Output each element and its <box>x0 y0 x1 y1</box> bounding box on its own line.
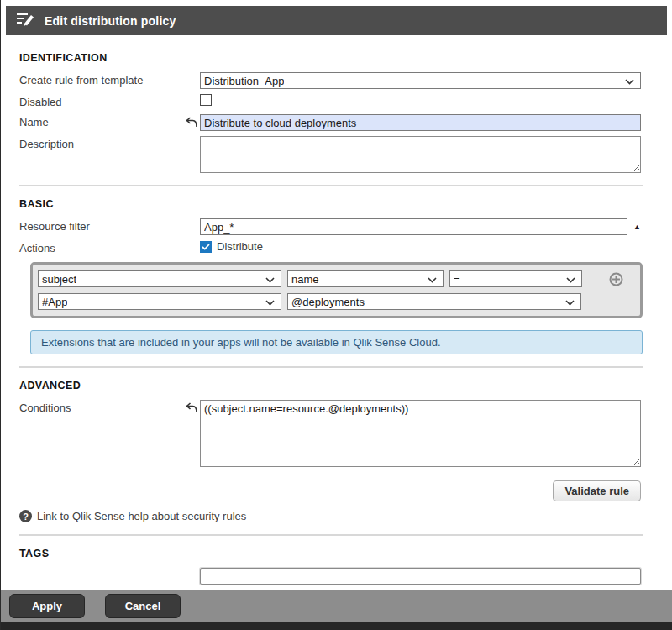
apply-button[interactable]: Apply <box>9 594 85 618</box>
distribute-label: Distribute <box>217 240 263 253</box>
rule-row-1: subject name = <box>38 270 635 287</box>
collapse-triangle-icon[interactable]: ▲ <box>633 218 641 235</box>
conditions-label: Conditions <box>19 402 71 414</box>
chevron-down-icon <box>566 273 575 286</box>
template-row: Create rule from template Distribution_A… <box>1 72 672 89</box>
disabled-label: Disabled <box>19 96 62 108</box>
actions-label: Actions <box>19 242 55 255</box>
rule-builder: subject name = #App <box>30 262 643 318</box>
description-textarea[interactable] <box>200 136 641 173</box>
help-row: ? Link to Qlik Sense help about security… <box>1 501 672 522</box>
rule-row-2: #App @deployments <box>38 293 635 310</box>
dialog-header: Edit distribution policy <box>6 6 667 35</box>
conditions-textarea[interactable]: ((subject.name=resource.@deployments)) <box>200 400 641 467</box>
plus-circle-icon[interactable] <box>609 272 623 286</box>
rule-value-select[interactable]: @deployments <box>287 293 581 310</box>
chevron-down-icon <box>565 296 575 308</box>
chevron-down-icon <box>625 75 634 87</box>
chevron-down-icon <box>428 273 437 286</box>
name-input[interactable] <box>200 114 641 131</box>
rule-operator-select[interactable]: = <box>449 270 582 287</box>
chevron-down-icon <box>265 296 275 308</box>
info-message: Extensions that are included in your app… <box>30 330 643 354</box>
bottom-strip <box>1 622 672 630</box>
validate-row: Validate rule <box>1 472 672 501</box>
validate-rule-button[interactable]: Validate rule <box>553 480 641 501</box>
advanced-heading: ADVANCED <box>19 380 672 391</box>
edit-rule-icon <box>16 12 36 30</box>
conditions-row: Conditions ((subject.name=resource.@depl… <box>1 400 672 467</box>
rule-value-value: @deployments <box>291 296 365 308</box>
template-select[interactable]: Distribution_App <box>200 72 641 89</box>
name-row: Name <box>1 114 672 131</box>
identification-heading: IDENTIFICATION <box>19 52 672 64</box>
name-label: Name <box>19 116 49 129</box>
rule-property-select[interactable]: name <box>287 270 444 287</box>
tags-row <box>1 568 672 585</box>
help-link[interactable]: Link to Qlik Sense help about security r… <box>37 510 246 522</box>
description-label: Description <box>19 138 74 150</box>
dialog-title: Edit distribution policy <box>45 14 176 28</box>
basic-heading: BASIC <box>19 198 672 210</box>
tags-heading: TAGS <box>19 548 672 559</box>
resource-filter-input[interactable] <box>200 218 627 235</box>
actions-row: Actions Distribute <box>1 240 672 255</box>
rule-subject-select[interactable]: subject <box>38 270 281 287</box>
undo-arrow-icon[interactable] <box>186 117 197 130</box>
rule-resource-value: #App <box>42 296 67 308</box>
rule-resource-select[interactable]: #App <box>38 293 281 310</box>
section-divider <box>19 185 643 186</box>
resource-filter-label: Resource filter <box>19 220 90 233</box>
rule-property-value: name <box>291 273 319 286</box>
footer-bar: Apply Cancel <box>1 590 672 622</box>
resource-filter-row: Resource filter ▲ <box>1 218 672 235</box>
help-question-icon[interactable]: ? <box>19 510 32 522</box>
template-label: Create rule from template <box>19 74 143 87</box>
undo-arrow-icon[interactable] <box>186 402 197 416</box>
description-row: Description <box>1 136 672 173</box>
section-divider <box>19 366 643 368</box>
distribute-checkbox[interactable] <box>200 241 212 253</box>
template-select-value: Distribution_App <box>204 75 284 87</box>
tags-input[interactable] <box>200 568 641 585</box>
chevron-down-icon <box>265 273 275 286</box>
cancel-button[interactable]: Cancel <box>105 594 181 618</box>
disabled-checkbox[interactable] <box>200 94 212 106</box>
rule-subject-value: subject <box>42 273 76 286</box>
section-divider <box>19 534 643 536</box>
rule-operator-value: = <box>454 273 460 286</box>
disabled-row: Disabled <box>1 94 672 108</box>
